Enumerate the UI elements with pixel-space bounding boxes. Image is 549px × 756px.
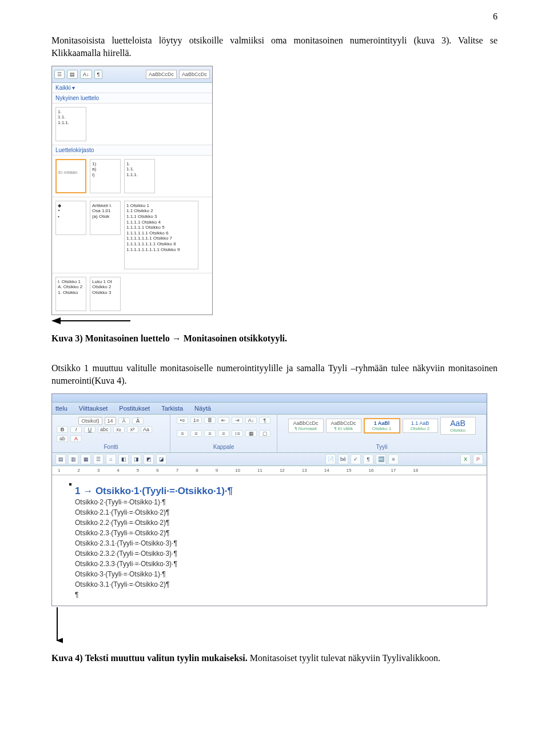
ruler-mark: 7 xyxy=(176,468,178,473)
list-thumb-otsikko-hierarchy[interactable]: 1 Otsikko 1 1.1 Otsikko 2 1.1.1 Otsikko … xyxy=(124,201,198,269)
shrink-font-icon[interactable]: Ǎ xyxy=(132,417,144,424)
ruler-mark: 3 xyxy=(97,468,100,473)
decrease-indent-icon[interactable]: ⇤ xyxy=(218,417,229,424)
annotation-arrow-fig4 xyxy=(51,606,63,646)
list-thumb-none[interactable]: Ei mitään xyxy=(55,159,86,193)
style-ei-valia[interactable]: AaBbCcDc ¶ Ei väliä xyxy=(326,419,361,433)
word-window: ttelu Viittaukset Postitukset Tarkista N… xyxy=(51,393,487,606)
font-name-box[interactable]: Otsikot) xyxy=(78,417,102,425)
doc-line-1: 1 → Otsikko·1·(Tyyli·=·Otsikko·1)·¶ xyxy=(75,486,472,497)
qat-icon[interactable]: 📄 xyxy=(325,454,336,464)
numbering-icon[interactable]: 1≡ xyxy=(190,417,202,424)
pilcrow-icon-2[interactable]: ¶ xyxy=(259,417,270,424)
qat-icon[interactable]: ≡ xyxy=(388,454,399,464)
subscript-icon[interactable]: x₂ xyxy=(113,426,125,433)
group-label-tyyli: Tyyli xyxy=(376,444,388,450)
qat-icon[interactable]: ◪ xyxy=(156,454,166,464)
line-spacing-icon[interactable]: ↕≡ xyxy=(232,430,243,437)
qat-icon[interactable]: ▥ xyxy=(68,454,78,464)
doc-line: Otsikko·2·(Tyyli·=·Otsikko·1)·¶ xyxy=(75,497,472,507)
title-bar xyxy=(52,394,487,403)
qat-excel-icon[interactable]: X xyxy=(460,454,471,464)
list-thumb-artikkeli[interactable]: Artikkeli I. Osa 1.01 (a) Otsik xyxy=(90,201,121,235)
bullets-icon[interactable]: •≡ xyxy=(177,417,188,424)
qat-icon[interactable]: bé xyxy=(338,454,348,464)
qat-icon[interactable]: ⌂ xyxy=(106,454,116,464)
highlight-icon[interactable]: ab xyxy=(57,435,68,442)
qat-icon[interactable]: 🔤 xyxy=(376,454,386,464)
align-right-icon[interactable]: ≡ xyxy=(204,430,216,437)
qat-icon[interactable]: ◩ xyxy=(144,454,154,464)
style-otsikko[interactable]: AaB Otsikko xyxy=(440,417,476,435)
ruler[interactable]: 1 2 3 4 5 6 7 8 9 10 11 12 13 14 15 16 1… xyxy=(52,466,487,475)
sort-icon[interactable]: A↓ xyxy=(80,70,92,79)
qat-icon[interactable]: ▦ xyxy=(81,454,91,464)
align-left-icon[interactable]: ≡ xyxy=(177,430,188,437)
italic-icon[interactable]: I xyxy=(70,426,82,433)
ribbon: Otsikot) 14 Â Ǎ B I U abc x₂ x² Aa ab xyxy=(52,415,487,453)
multilevel-list-icon[interactable]: ☰ xyxy=(54,70,65,79)
tab-tarkista[interactable]: Tarkista xyxy=(161,405,183,412)
borders-icon[interactable]: ▢ xyxy=(259,430,270,437)
doc-line: Otsikko·3.1·(Tyyli·=·Otsikko·2)¶ xyxy=(75,579,472,590)
doc-line: Otsikko·2.3.2·(Tyyli·=·Otsikko·3)·¶ xyxy=(75,548,472,559)
ruler-mark: 15 xyxy=(347,468,352,473)
doc-line: Otsikko·2.3·(Tyyli·=·Otsikko·2)¶ xyxy=(75,528,472,538)
qat-icon[interactable]: ◨ xyxy=(131,454,141,464)
shading-icon[interactable]: ▦ xyxy=(245,430,257,437)
indent-icon[interactable]: ▤ xyxy=(67,70,78,79)
section-kaikki[interactable]: Kaikki xyxy=(52,83,212,93)
qat-icon[interactable]: ✓ xyxy=(351,454,361,464)
ruler-mark: 5 xyxy=(137,468,139,473)
superscript-icon[interactable]: x² xyxy=(127,426,138,433)
list-thumb-roman[interactable]: I. Otsikko 1 A. Otsikko 2 1. Otsikko xyxy=(55,277,86,311)
font-color-icon[interactable]: A xyxy=(70,435,82,442)
style-otsikko-1[interactable]: 1 AaBl Otsikko 1 xyxy=(364,418,400,433)
ruler-mark: 1 xyxy=(58,468,60,473)
paragraph-1: Monitasoisista luetteloista löytyy otsik… xyxy=(51,34,498,60)
pilcrow-icon[interactable]: ¶ xyxy=(94,70,103,79)
list-thumb-bullets[interactable]: ◆ ‣ • xyxy=(55,201,86,235)
document-area[interactable]: 1 → Otsikko·1·(Tyyli·=·Otsikko·1)·¶ Otsi… xyxy=(52,475,487,606)
tab-asettelu[interactable]: ttelu xyxy=(55,405,67,412)
qat-icon[interactable]: ¶ xyxy=(363,454,373,464)
tab-postitukset[interactable]: Postitukset xyxy=(119,405,150,412)
qat-icon[interactable]: ▤ xyxy=(55,454,66,464)
caption-4: Kuva 4) Teksti muuttuu valitun tyylin mu… xyxy=(51,653,498,663)
list-thumb-luku[interactable]: Luku 1 Ot Otsikko 2 Otsikko 3 xyxy=(90,277,121,311)
tab-viittaukset[interactable]: Viittaukset xyxy=(79,405,108,412)
ruler-mark: 18 xyxy=(413,468,418,473)
current-list-thumb[interactable]: 1. 1.1. 1.1.1. xyxy=(55,107,86,141)
annotation-arrow-fig3 xyxy=(51,315,132,327)
multilevel-icon[interactable]: ≣ xyxy=(204,417,216,424)
group-label-kappale: Kappale xyxy=(213,444,234,450)
ruler-mark: 14 xyxy=(324,468,329,473)
doc-line: Otsikko·2.3.1·(Tyyli·=·Otsikko·3)·¶ xyxy=(75,538,472,548)
align-center-icon[interactable]: ≡ xyxy=(190,430,202,437)
qat-icon[interactable]: ◧ xyxy=(118,454,129,464)
justify-icon[interactable]: ≡ xyxy=(218,430,229,437)
section-nykyinen: Nykyinen luettelo xyxy=(52,93,212,104)
bold-icon[interactable]: B xyxy=(57,426,68,433)
underline-icon[interactable]: U xyxy=(84,426,96,433)
ruler-mark: 8 xyxy=(196,468,198,473)
ruler-mark: 12 xyxy=(280,468,285,473)
increase-indent-icon[interactable]: ⇥ xyxy=(232,417,243,424)
font-size-box[interactable]: 14 xyxy=(105,417,116,425)
qat-icon[interactable]: ☰ xyxy=(93,454,104,464)
tab-nayta[interactable]: Näytä xyxy=(194,405,211,412)
multilevel-list-dropdown: ☰ ▤ A↓ ¶ AaBbCcDc AaBbCcDc Kaikki Nykyin… xyxy=(51,66,213,315)
style-normaali[interactable]: AaBbCcDc ¶ Normaali xyxy=(288,419,324,433)
ruler-mark: 2 xyxy=(77,468,79,473)
change-case-icon[interactable]: Aa xyxy=(141,426,152,433)
cursor-dot-icon xyxy=(69,483,71,486)
qat-ppt-icon[interactable]: P xyxy=(473,454,483,464)
list-thumb-1a-i[interactable]: 1) a) i) xyxy=(90,159,121,193)
grow-font-icon[interactable]: Â xyxy=(118,417,130,424)
sort-icon-2[interactable]: A↓ xyxy=(245,417,257,424)
figure-4: ttelu Viittaukset Postitukset Tarkista N… xyxy=(51,393,498,648)
strike-icon[interactable]: abc xyxy=(98,426,111,433)
style-otsikko-2[interactable]: 1.1 AaB Otsikko 2 xyxy=(403,419,438,433)
doc-line: Otsikko·3·(Tyyli·=·Otsikko·1)·¶ xyxy=(75,569,472,579)
list-thumb-1-11-111[interactable]: 1. 1.1. 1.1.1. xyxy=(124,159,155,193)
